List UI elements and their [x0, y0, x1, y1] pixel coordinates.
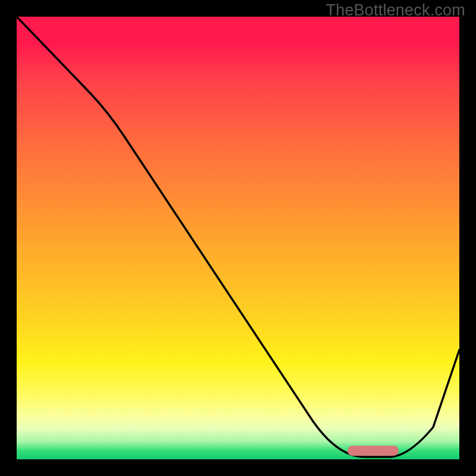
minimum-marker [347, 446, 399, 456]
watermark-text: TheBottleneck.com [325, 1, 465, 20]
chart-frame: TheBottleneck.com [0, 0, 476, 476]
plot-area [17, 17, 459, 459]
curve-path [17, 17, 459, 457]
bottleneck-curve [17, 17, 459, 459]
